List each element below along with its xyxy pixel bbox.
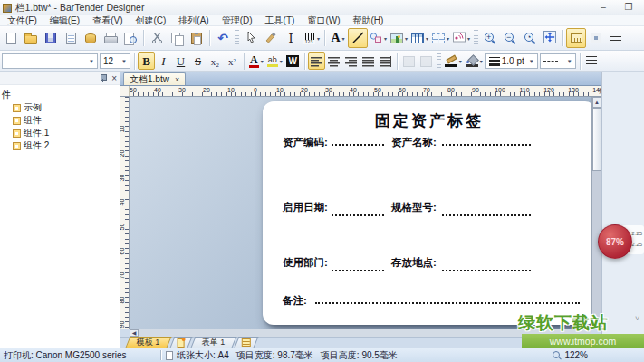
print-button[interactable]	[101, 28, 120, 48]
create-text-button[interactable]: ▾	[328, 28, 348, 48]
field-label[interactable]: 启用日期:	[283, 201, 328, 214]
new-form-tab[interactable]	[235, 337, 259, 348]
design-canvas[interactable]: 固定资产标签 资产编码: 资产名称: 启用日期: 规格型号: 使用部门: 存放地…	[130, 97, 591, 329]
paragraph-button[interactable]	[418, 52, 435, 70]
dotted-line[interactable]	[442, 136, 531, 146]
barcode-tool-button[interactable]: ▾	[301, 28, 322, 48]
paste-button[interactable]	[187, 28, 207, 48]
database-button[interactable]	[81, 28, 101, 48]
menu-create[interactable]: 创建(C)	[129, 14, 172, 27]
cut-button[interactable]	[147, 28, 167, 48]
toggle-rulers-button[interactable]	[566, 28, 586, 48]
dash-style-combo[interactable]: ▼	[540, 53, 576, 69]
snap-grid-button[interactable]	[606, 28, 626, 48]
document-tab[interactable]: 文档1.btw ×	[123, 72, 186, 85]
text-cursor-tool-button[interactable]	[281, 28, 301, 48]
vertical-scrollbar[interactable]: ▲	[591, 97, 601, 329]
italic-button[interactable]: I	[155, 52, 172, 70]
toolbar-handle[interactable]	[235, 30, 239, 46]
paper-size-status[interactable]: 纸张大小: A4	[177, 349, 229, 362]
printer-status[interactable]: 打印机: Canon MG2500 series	[4, 349, 156, 362]
dotted-line[interactable]	[315, 294, 580, 304]
strikethrough-button[interactable]: S	[189, 52, 207, 70]
subscript-button[interactable]: x₂	[207, 52, 224, 70]
tree-item-component-2[interactable]: 组件.2	[2, 139, 120, 152]
page-setup-button[interactable]	[61, 28, 81, 48]
new-template-tab[interactable]	[169, 337, 192, 348]
wordpad-text-button[interactable]: W	[284, 52, 302, 70]
distribute-button[interactable]	[377, 52, 394, 70]
encoder-tool-button[interactable]: ▾	[451, 28, 472, 48]
border-style-button[interactable]	[583, 52, 601, 70]
snap-options-button[interactable]	[586, 28, 606, 48]
create-table-button[interactable]: ▾	[409, 28, 430, 48]
layout-grid-button[interactable]: ▾	[430, 28, 451, 48]
field-label[interactable]: 使用部门:	[283, 256, 328, 270]
align-left-button[interactable]	[308, 52, 325, 70]
menu-file[interactable]: 文件(F)	[1, 14, 43, 27]
text-fit-button[interactable]	[400, 52, 418, 70]
fill-color-button[interactable]: ▾	[464, 52, 485, 70]
superscript-button[interactable]: x²	[224, 52, 241, 70]
form-tab[interactable]: 表单 1	[190, 337, 235, 348]
template-tab[interactable]: 模板 1	[126, 337, 171, 348]
dotted-line[interactable]	[332, 136, 384, 146]
scroll-left-arrow[interactable]: ◀	[130, 329, 139, 337]
copy-button[interactable]	[167, 28, 187, 48]
zoom-status[interactable]: 122%	[553, 350, 588, 360]
menu-edit[interactable]: 编辑(E)	[43, 14, 86, 27]
dotted-line[interactable]	[442, 262, 531, 272]
print-preview-button[interactable]	[120, 28, 140, 48]
open-button[interactable]	[21, 28, 41, 48]
insert-picture-button[interactable]: ▾	[389, 28, 409, 48]
tree-root[interactable]: 件	[2, 89, 120, 101]
align-right-button[interactable]	[342, 52, 360, 70]
menu-view[interactable]: 查看(V)	[86, 14, 129, 27]
watermark-site-name[interactable]: 绿软下载站	[518, 311, 609, 335]
dotted-line[interactable]	[332, 206, 384, 216]
text-highlight-button[interactable]: ab▾	[265, 52, 284, 70]
label-title[interactable]: 固定资产标签	[263, 110, 591, 131]
dotted-line[interactable]	[332, 262, 384, 272]
menu-window[interactable]: 窗口(W)	[301, 14, 346, 27]
scroll-up-arrow[interactable]: ▲	[592, 97, 601, 108]
menu-help[interactable]: 帮助(H)	[346, 14, 389, 27]
toolbar-handle[interactable]	[474, 30, 478, 46]
line-weight-combo[interactable]: 1.0 pt▼	[485, 53, 538, 69]
restore-button[interactable]: ❐	[616, 2, 641, 14]
brush-tool-button[interactable]	[261, 28, 281, 48]
align-center-button[interactable]	[325, 52, 342, 70]
item-width-status[interactable]: 项目宽度: 98.7毫米	[236, 349, 313, 362]
pin-icon[interactable]	[100, 74, 107, 82]
create-line-button[interactable]	[348, 28, 368, 48]
tree-item-component[interactable]: 组件	[2, 114, 120, 127]
tree-item-samples[interactable]: 示例	[2, 101, 120, 114]
save-button[interactable]	[41, 28, 61, 48]
tab-close-icon[interactable]: ×	[175, 75, 179, 84]
field-label[interactable]: 存放地点:	[391, 256, 437, 270]
dynamic-zoom-button[interactable]: ◔	[520, 28, 540, 48]
scrollbar-thumb[interactable]	[592, 108, 601, 171]
progress-badge[interactable]: 87%	[598, 224, 632, 259]
label-sheet[interactable]: 固定资产标签 资产编码: 资产名称: 启用日期: 规格型号: 使用部门: 存放地…	[263, 101, 591, 325]
menu-tools[interactable]: 工具(T)	[259, 14, 302, 27]
bold-button[interactable]: B	[138, 52, 155, 70]
zoom-out-button[interactable]: −	[500, 28, 520, 48]
create-shape-button[interactable]: ▾	[368, 28, 389, 48]
justify-button[interactable]	[360, 52, 377, 70]
dotted-line[interactable]	[442, 206, 531, 216]
field-label[interactable]: 资产编码:	[283, 136, 328, 149]
item-height-status[interactable]: 项目高度: 90.5毫米	[321, 349, 398, 362]
panel-close-button[interactable]: ×	[111, 74, 117, 83]
pointer-tool-button[interactable]	[241, 28, 261, 48]
fit-to-window-button[interactable]	[540, 28, 560, 48]
new-document-button[interactable]	[1, 28, 21, 48]
tree-item-component-1[interactable]: 组件.1	[2, 127, 120, 139]
watermark-url-bar[interactable]: www.itmop.com	[522, 334, 644, 348]
menu-manage[interactable]: 管理(D)	[216, 14, 259, 27]
minimize-button[interactable]: –	[591, 2, 616, 14]
field-label[interactable]: 备注:	[283, 294, 307, 308]
font-size-combo[interactable]: 12▼	[100, 53, 130, 69]
field-label[interactable]: 规格型号:	[391, 201, 437, 214]
chevron-down-icon[interactable]: ˅	[635, 314, 639, 323]
